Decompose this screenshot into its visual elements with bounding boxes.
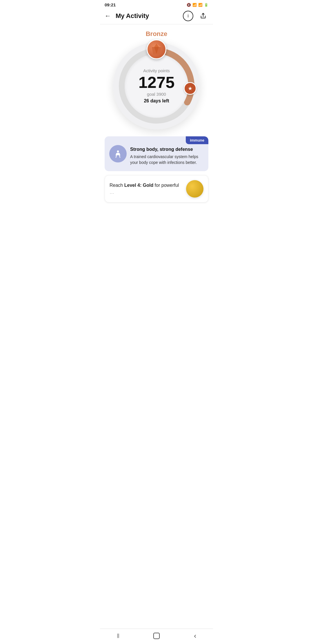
mute-icon: 🔇 xyxy=(187,3,191,7)
app-header: ← My Activity i xyxy=(100,8,213,24)
share-button[interactable] xyxy=(198,11,208,21)
next-level-card[interactable]: Reach Level 4: Gold for powerful … xyxy=(105,175,208,202)
badge-level-label: Bronze xyxy=(100,30,213,38)
wifi-icon: 📶 xyxy=(192,3,197,7)
info-button[interactable]: i xyxy=(183,11,193,21)
gem-icon xyxy=(150,42,163,56)
status-icons: 🔇 📶 📶 🔋 xyxy=(187,3,208,7)
ring-inner-display: Activity points 1275 goal 3900 26 days l… xyxy=(125,54,188,118)
svg-point-8 xyxy=(117,151,119,153)
progress-ring-container: ★ Activity points 1275 goal 3900 26 days… xyxy=(113,42,200,129)
info-card-title: Strong body, strong defense xyxy=(130,147,205,152)
info-icon: i xyxy=(188,13,189,19)
info-card-icon-wrap xyxy=(105,136,128,171)
activity-icon xyxy=(109,145,127,162)
back-button[interactable]: ← xyxy=(105,12,111,20)
main-content: Bronze ★ Activity points xyxy=(100,24,213,202)
info-card-description: A trained cardiovascular system helps yo… xyxy=(130,154,205,166)
next-level-continuation: … xyxy=(110,190,114,195)
ring-days-left: 26 days left xyxy=(144,98,169,104)
signal-icon: 📶 xyxy=(198,3,203,7)
battery-icon: 🔋 xyxy=(204,3,208,7)
svg-line-10 xyxy=(119,155,120,158)
ring-goal: goal 3900 xyxy=(147,92,166,97)
page-title: My Activity xyxy=(116,12,149,20)
star-icon: ★ xyxy=(188,85,192,92)
person-activity-icon xyxy=(114,149,122,158)
info-card[interactable]: immune Strong body, strong defense A tra… xyxy=(105,136,208,171)
status-bar: 09:21 🔇 📶 📶 🔋 xyxy=(100,0,213,8)
header-right: i xyxy=(183,11,208,21)
activity-points-value: 1275 xyxy=(139,74,175,91)
activity-points-label: Activity points xyxy=(143,68,170,73)
info-card-badge-label: immune xyxy=(186,136,208,144)
header-left: ← My Activity xyxy=(105,12,149,20)
svg-line-9 xyxy=(116,155,117,158)
status-time: 09:21 xyxy=(105,2,116,7)
gem-badge xyxy=(147,39,166,59)
svg-marker-5 xyxy=(152,47,161,55)
next-level-name: Level 4: Gold xyxy=(124,183,153,188)
share-icon xyxy=(200,13,206,19)
star-marker: ★ xyxy=(184,82,196,95)
next-level-text: Reach Level 4: Gold for powerful … xyxy=(110,182,182,196)
gold-coin-icon xyxy=(186,180,203,198)
